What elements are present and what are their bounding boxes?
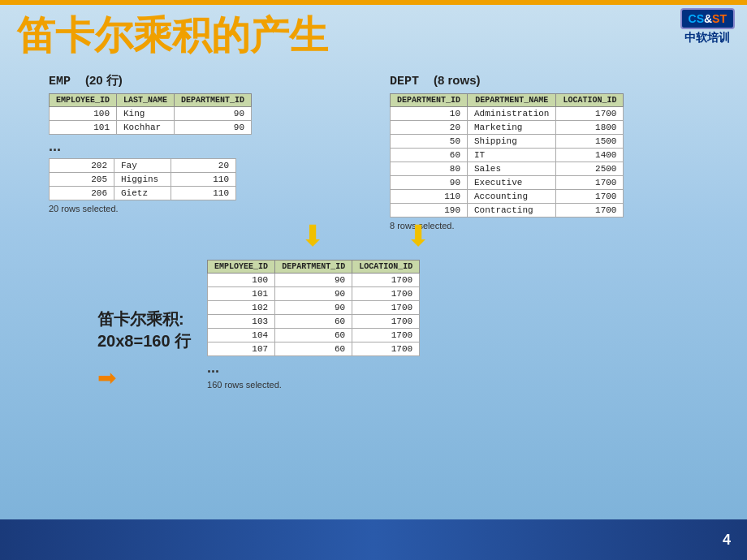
dept-col-department-name: DEPARTMENT_NAME <box>468 94 556 107</box>
cell: 102 <box>208 301 275 315</box>
result-col-employee-id: EMPLOYEE_ID <box>208 261 275 274</box>
table-row: 100 90 1700 <box>208 274 420 287</box>
cell: 101 <box>50 121 117 135</box>
table-row: 102 90 1700 <box>208 301 420 315</box>
emp-table: EMPLOYEE_ID LAST_NAME DEPARTMENT_ID 100 … <box>49 93 252 135</box>
cell: 190 <box>391 204 468 218</box>
cell: 10 <box>391 107 468 121</box>
cell: 90 <box>275 287 352 301</box>
cell: Sales <box>468 162 556 176</box>
right-arrow-icon: ➡ <box>97 364 116 391</box>
table-row: 10 Administration 1700 <box>391 107 624 121</box>
cell: 101 <box>208 287 275 301</box>
cell: 110 <box>391 190 468 204</box>
cell: Accounting <box>468 190 556 204</box>
cell: 1700 <box>352 287 420 301</box>
cell: 205 <box>50 173 114 187</box>
page-title: 笛卡尔乘积的产生 <box>16 10 328 62</box>
cell: 1700 <box>352 301 420 315</box>
dept-rows-note: 8 rows selected. <box>390 221 715 230</box>
logo-st: ST <box>712 12 727 25</box>
emp-table-2: 202 Fay 20 205 Higgins 110 206 Gietz 110 <box>49 158 236 200</box>
cell: 110 <box>171 187 236 200</box>
logo-cs: CS <box>689 12 704 25</box>
cell: 2500 <box>556 162 624 176</box>
cell: 20 <box>391 121 468 135</box>
result-dots: ... <box>207 360 420 377</box>
cell: 202 <box>50 159 114 173</box>
cell: 1700 <box>352 329 420 342</box>
cell: Marketing <box>468 121 556 135</box>
arrows-row: ⬇ ⬇ <box>300 219 430 253</box>
table-row: 80 Sales 2500 <box>391 162 624 176</box>
cell: 1700 <box>352 274 420 287</box>
cell: Gietz <box>114 187 171 200</box>
table-row: 20 Marketing 1800 <box>391 121 624 135</box>
cell: 60 <box>275 342 352 356</box>
result-table: EMPLOYEE_ID DEPARTMENT_ID LOCATION_ID 10… <box>207 260 420 356</box>
emp-dots: ... <box>49 138 300 155</box>
cell: Kochhar <box>117 121 175 135</box>
cell: 60 <box>391 149 468 162</box>
table-row: 100 King 90 <box>50 107 252 121</box>
cartesian-line2: 20x8=160 行 <box>97 330 191 352</box>
table-row: 206 Gietz 110 <box>50 187 236 200</box>
table-row: 60 IT 1400 <box>391 149 624 162</box>
table-row: 104 60 1700 <box>208 329 420 342</box>
cell: 100 <box>50 107 117 121</box>
table-row: 202 Fay 20 <box>50 159 236 173</box>
cell: 90 <box>275 301 352 315</box>
logo-amp: & <box>704 12 712 25</box>
table-row: 110 Accounting 1700 <box>391 190 624 204</box>
cell: 90 <box>175 121 252 135</box>
cell: 90 <box>391 176 468 190</box>
result-col-location-id: LOCATION_ID <box>352 261 420 274</box>
cell: 1800 <box>556 121 624 135</box>
logo-box: CS&ST <box>680 8 735 29</box>
cell: Shipping <box>468 135 556 149</box>
dept-table: DEPARTMENT_ID DEPARTMENT_NAME LOCATION_I… <box>390 93 624 218</box>
result-table-container: EMPLOYEE_ID DEPARTMENT_ID LOCATION_ID 10… <box>207 260 420 390</box>
logo-subtitle: 中软培训 <box>684 31 730 45</box>
emp-col-last-name: LAST_NAME <box>117 94 175 107</box>
cell: 1700 <box>556 204 624 218</box>
cell: 80 <box>391 162 468 176</box>
cell: 1500 <box>556 135 624 149</box>
cell: IT <box>468 149 556 162</box>
down-arrow-right: ⬇ <box>406 219 430 253</box>
emp-col-department-id: DEPARTMENT_ID <box>175 94 252 107</box>
cartesian-line1: 笛卡尔乘积: <box>97 308 191 330</box>
emp-rows-note: 20 rows selected. <box>49 204 300 213</box>
down-arrow-left: ⬇ <box>300 219 325 253</box>
table-row: 50 Shipping 1500 <box>391 135 624 149</box>
cell: 104 <box>208 329 275 342</box>
cell: 1700 <box>556 107 624 121</box>
table-row: 103 60 1700 <box>208 315 420 329</box>
cell: 1700 <box>352 315 420 329</box>
cell: 110 <box>171 173 236 187</box>
result-col-department-id: DEPARTMENT_ID <box>275 261 352 274</box>
top-bar <box>0 0 747 5</box>
cell: 90 <box>175 107 252 121</box>
dept-col-location-id: LOCATION_ID <box>556 94 624 107</box>
dept-header: DEPT (8 rows) <box>390 73 715 88</box>
cell: Administration <box>468 107 556 121</box>
page-number: 4 <box>723 532 731 549</box>
cell: 60 <box>275 329 352 342</box>
cell: 1700 <box>352 342 420 356</box>
cell: King <box>117 107 175 121</box>
cell: 60 <box>275 315 352 329</box>
cell: 206 <box>50 187 114 200</box>
cartesian-label: 笛卡尔乘积: 20x8=160 行 <box>97 308 191 352</box>
cell: Higgins <box>114 173 171 187</box>
cell: 107 <box>208 342 275 356</box>
logo-area: CS&ST 中软培训 <box>680 8 735 45</box>
cell: 50 <box>391 135 468 149</box>
table-row: 90 Executive 1700 <box>391 176 624 190</box>
result-section: 笛卡尔乘积: 20x8=160 行 ➡ EMPLOYEE_ID DEPARTME… <box>97 260 420 391</box>
cell: 103 <box>208 315 275 329</box>
table-row: 101 90 1700 <box>208 287 420 301</box>
emp-section: EMP (20 行) EMPLOYEE_ID LAST_NAME DEPARTM… <box>49 73 300 213</box>
cell: Contracting <box>468 204 556 218</box>
cell: 100 <box>208 274 275 287</box>
